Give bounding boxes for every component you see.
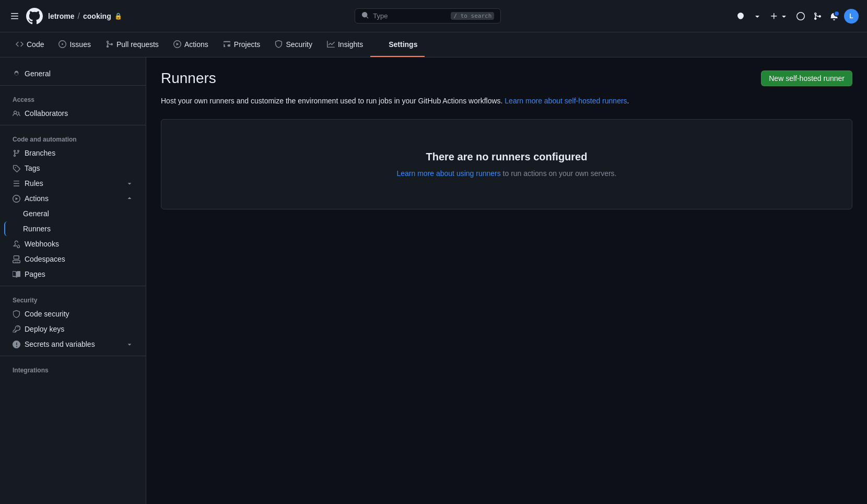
sidebar-section-security: Security xyxy=(4,290,142,306)
sidebar-item-branches-label: Branches xyxy=(25,149,55,157)
avatar[interactable]: L xyxy=(844,9,859,24)
sidebar-item-rules[interactable]: Rules xyxy=(4,176,142,191)
sidebar-section-access: Access xyxy=(4,90,142,106)
page-title: Runners xyxy=(161,70,216,87)
repo-nav-insights[interactable]: Insights xyxy=(320,32,370,57)
pull-request-button[interactable] xyxy=(811,9,824,23)
sidebar-item-pages[interactable]: Pages xyxy=(4,267,142,282)
sidebar-item-actions-label: Actions xyxy=(25,194,49,203)
runners-description: Host your own runners and customize the … xyxy=(161,95,852,107)
sidebar-item-code-security[interactable]: Code security xyxy=(4,307,142,321)
sidebar-item-collaborators-label: Collaborators xyxy=(25,109,68,118)
repo-nav-code[interactable]: Code xyxy=(8,32,51,57)
sidebar-item-code-security-label: Code security xyxy=(25,310,69,318)
search-placeholder: Type xyxy=(373,12,447,20)
repo-navigation: Code Issues Pull requests Actions Projec… xyxy=(0,32,867,57)
sidebar-item-secrets-variables[interactable]: Secrets and variables xyxy=(4,337,142,351)
breadcrumb-user[interactable]: letrome xyxy=(48,12,75,20)
sidebar-item-pages-label: Pages xyxy=(25,270,45,278)
search-icon xyxy=(361,11,369,20)
copilot-dropdown-button[interactable] xyxy=(751,9,764,23)
empty-state-desc: Learn more about using runners to run ac… xyxy=(174,169,839,178)
sidebar-item-tags[interactable]: Tags xyxy=(4,161,142,175)
sidebar-item-general-label: General xyxy=(25,69,51,78)
breadcrumb-repo[interactable]: cooking xyxy=(83,12,111,20)
copilot-button[interactable] xyxy=(734,9,747,23)
sidebar-divider-4 xyxy=(0,356,146,356)
search-shortcut: / to search xyxy=(451,12,494,20)
sidebar-item-deploy-keys-label: Deploy keys xyxy=(25,325,64,333)
sidebar-sub-item-actions-general-label: General xyxy=(23,209,49,218)
sidebar-item-codespaces-label: Codespaces xyxy=(25,255,65,263)
page-layout: General Access Collaborators Code and au… xyxy=(0,57,867,504)
notifications-button[interactable] xyxy=(827,9,841,23)
sidebar-item-actions[interactable]: Actions xyxy=(4,191,142,206)
repo-nav-issues[interactable]: Issues xyxy=(51,32,98,57)
sidebar-item-collaborators[interactable]: Collaborators xyxy=(4,106,142,121)
sidebar-item-webhooks[interactable]: Webhooks xyxy=(4,237,142,251)
sidebar-section-integrations: Integrations xyxy=(4,360,142,376)
repo-nav-projects[interactable]: Projects xyxy=(216,32,268,57)
create-new-button[interactable] xyxy=(767,9,791,23)
empty-state-title: There are no runners configured xyxy=(174,151,839,163)
sidebar-sub-item-actions-general[interactable]: General xyxy=(4,206,142,221)
sidebar-divider-1 xyxy=(0,85,146,86)
repo-nav-settings[interactable]: Settings xyxy=(370,32,425,57)
page-header: Runners New self-hosted runner xyxy=(161,70,852,87)
sidebar-item-secrets-variables-label: Secrets and variables xyxy=(25,340,95,348)
sidebar-item-rules-label: Rules xyxy=(25,179,43,187)
hamburger-button[interactable] xyxy=(8,10,21,22)
learn-more-link[interactable]: Learn more about self-hosted runners xyxy=(505,97,627,105)
main-content: Runners New self-hosted runner Host your… xyxy=(146,57,867,504)
empty-state-box: There are no runners configured Learn mo… xyxy=(161,119,852,209)
new-runner-button[interactable]: New self-hosted runner xyxy=(761,71,852,86)
sidebar-divider-2 xyxy=(0,125,146,125)
learn-more-runners-link[interactable]: Learn more about using runners xyxy=(396,169,500,178)
sidebar-item-webhooks-label: Webhooks xyxy=(25,240,59,248)
github-logo[interactable] xyxy=(26,8,43,25)
top-navigation: letrome / cooking 🔒 Type / to search xyxy=(0,0,867,32)
repo-nav-actions[interactable]: Actions xyxy=(166,32,216,57)
sidebar-section-code-automation: Code and automation xyxy=(4,130,142,145)
sidebar-sub-item-runners-label: Runners xyxy=(23,225,51,233)
circle-status-button[interactable] xyxy=(794,9,807,23)
repo-nav-pullrequests[interactable]: Pull requests xyxy=(98,32,166,57)
search-bar[interactable]: Type / to search xyxy=(355,8,501,24)
sidebar-item-tags-label: Tags xyxy=(25,164,40,172)
sidebar-item-deploy-keys[interactable]: Deploy keys xyxy=(4,322,142,336)
lock-icon: 🔒 xyxy=(114,13,122,20)
sidebar-divider-3 xyxy=(0,286,146,286)
sidebar-item-branches[interactable]: Branches xyxy=(4,146,142,160)
breadcrumb: letrome / cooking 🔒 xyxy=(48,11,122,21)
breadcrumb-separator: / xyxy=(78,11,80,21)
sidebar-sub-item-runners[interactable]: Runners xyxy=(4,221,142,236)
sidebar-item-general[interactable]: General xyxy=(4,66,142,81)
settings-sidebar: General Access Collaborators Code and au… xyxy=(0,57,146,504)
sidebar-item-codespaces[interactable]: Codespaces xyxy=(4,252,142,266)
repo-nav-security[interactable]: Security xyxy=(267,32,320,57)
